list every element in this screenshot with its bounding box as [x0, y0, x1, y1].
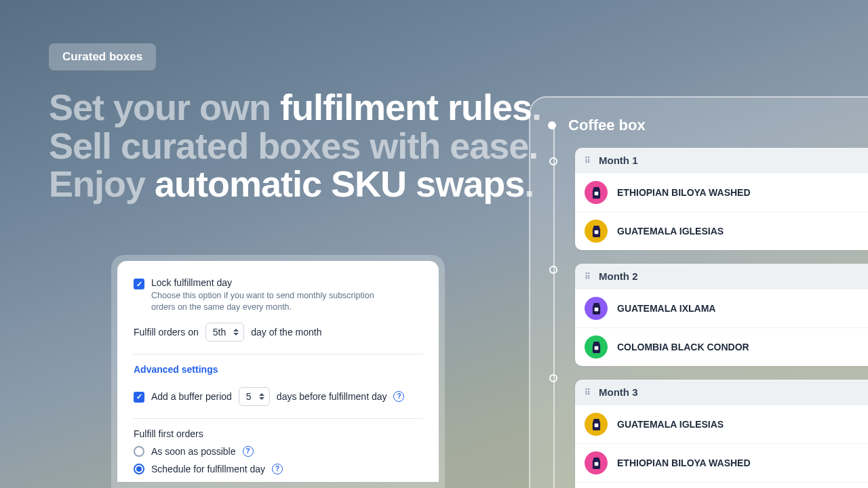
- timeline-ring: [549, 266, 557, 274]
- coffee-bag-icon: [585, 220, 608, 243]
- month-header[interactable]: ⠿ Month 1: [575, 148, 868, 173]
- divider: [134, 354, 422, 354]
- divider: [134, 418, 422, 419]
- buffer-post: days before fulfillment day: [277, 391, 387, 402]
- first-orders-radio-asap[interactable]: [134, 446, 144, 457]
- fulfill-on-post: day of the month: [251, 327, 321, 338]
- lock-fulfillment-label: Lock fulfillment day: [151, 277, 395, 288]
- fulfill-first-orders-label: Fulfill first orders: [134, 428, 422, 439]
- coffee-bag-icon: [585, 413, 608, 436]
- first-orders-schedule-label: Schedule for fulfillment day: [151, 464, 265, 474]
- month-card: ⠿ Month 1 ETHIOPIAN BILOYA WASHED GUATEM…: [575, 148, 868, 250]
- help-icon[interactable]: ?: [272, 464, 283, 474]
- month-label: Month 2: [599, 270, 638, 282]
- sku-name: COLOMBIA BLACK CONDOR: [617, 342, 749, 352]
- coffee-bag-icon: [585, 181, 608, 204]
- coffee-bag-icon: [585, 336, 608, 359]
- month-header[interactable]: ⠿ Month 3: [575, 380, 868, 405]
- lock-fulfillment-hint: Choose this option if you want to send m…: [151, 290, 395, 313]
- first-orders-radio-schedule[interactable]: [134, 464, 144, 474]
- drag-handle-icon[interactable]: ⠿: [585, 159, 592, 163]
- buffer-checkbox[interactable]: ✓: [134, 392, 144, 403]
- fulfill-on-pre: Fulfill orders on: [134, 327, 199, 338]
- fulfill-day-stepper[interactable]: 5th: [205, 323, 244, 342]
- stepper-caret-icon: [258, 391, 265, 402]
- month-label: Month 1: [599, 155, 638, 166]
- hero-line3-pre: Enjoy: [49, 163, 155, 204]
- timeline-ring: [549, 157, 557, 165]
- month-card: ⠿ Month 2 GUATEMALA IXLAMA COLOMBIA BLAC…: [575, 264, 868, 366]
- drag-handle-icon[interactable]: ⠿: [585, 390, 592, 394]
- sku-name: GUATEMALA IGLESIAS: [617, 419, 724, 430]
- month-card: ⠿ Month 3 GUATEMALA IGLESIAS ETHIOPIAN B…: [575, 380, 868, 488]
- stepper-caret-icon: [233, 327, 239, 338]
- hero-headline: Set your own fulfilment rules. Sell cura…: [49, 88, 541, 203]
- sku-item[interactable]: COLOMBIA BLACK CONDOR: [575, 327, 868, 366]
- month-label: Month 3: [599, 386, 638, 398]
- fulfill-day-value: 5th: [213, 327, 226, 338]
- settings-card-outer: ✓ Lock fulfillment day Choose this optio…: [111, 255, 445, 488]
- category-badge: Curated boxes: [49, 43, 156, 70]
- advanced-settings-link[interactable]: Advanced settings: [134, 364, 218, 375]
- sku-name: GUATEMALA IGLESIAS: [617, 226, 724, 237]
- sku-item[interactable]: ETHIOPIAN BILOYA WASHED: [575, 443, 868, 482]
- coffee-bag-icon: [585, 451, 608, 474]
- hero-line1-pre: Set your own: [49, 87, 280, 127]
- help-icon[interactable]: ?: [393, 391, 404, 402]
- month-header[interactable]: ⠿ Month 2: [575, 264, 868, 289]
- sku-name: ETHIOPIAN BILOYA WASHED: [617, 458, 751, 468]
- lock-fulfillment-checkbox[interactable]: ✓: [134, 279, 144, 289]
- timeline-line: [553, 126, 555, 488]
- timeline-dot: [548, 121, 556, 129]
- buffer-days-value: 5: [246, 391, 252, 402]
- hero-line3-em: automatic SKU swaps: [155, 163, 524, 204]
- timeline-ring: [549, 374, 557, 382]
- sku-name: ETHIOPIAN BILOYA WASHED: [617, 187, 751, 198]
- sku-item[interactable]: GUATEMALA IGLESIAS: [575, 211, 868, 250]
- buffer-label: Add a buffer period: [151, 391, 232, 402]
- sku-item[interactable]: GUATEMALA IXLAMA: [575, 289, 868, 327]
- buffer-days-stepper[interactable]: 5: [239, 387, 270, 406]
- sku-item[interactable]: GUATEMALA IGLESIAS: [575, 405, 868, 443]
- first-orders-asap-label: As soon as possible: [151, 446, 236, 457]
- sku-name: GUATEMALA IXLAMA: [617, 303, 715, 314]
- sku-item[interactable]: ETHIOPIAN BILOYA WASHED: [575, 173, 868, 211]
- panel-title: Coffee box: [568, 117, 646, 134]
- sku-item[interactable]: PERU FLIGHT 412 NATURAL: [575, 482, 868, 488]
- help-icon[interactable]: ?: [243, 446, 254, 457]
- settings-card: ✓ Lock fulfillment day Choose this optio…: [117, 261, 439, 482]
- hero-line1-em: fulfilment rules: [280, 87, 532, 127]
- drag-handle-icon[interactable]: ⠿: [585, 274, 592, 279]
- coffee-bag-icon: [585, 297, 608, 320]
- hero-line2: Sell curated boxes with ease: [49, 125, 528, 166]
- coffee-box-panel: Coffee box ⠿ Month 1 ETHIOPIAN BILOYA WA…: [529, 96, 868, 488]
